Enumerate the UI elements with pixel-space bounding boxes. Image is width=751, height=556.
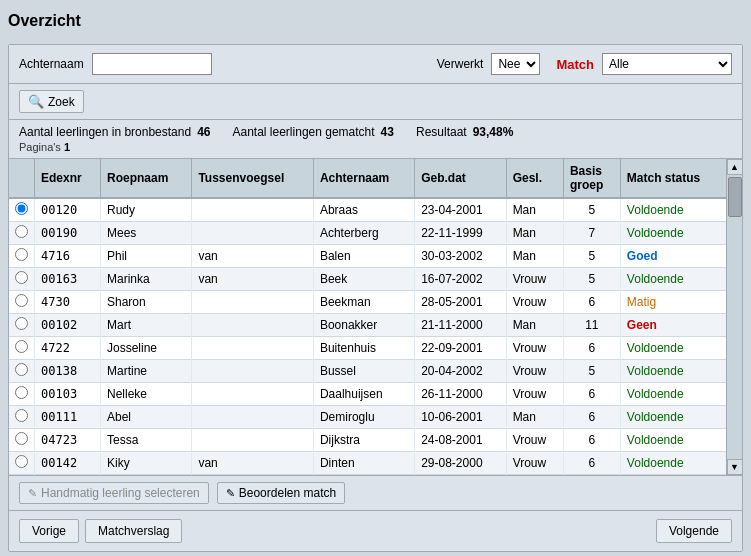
cell-basisgroep: 6	[563, 452, 620, 475]
achternaam-input[interactable]	[92, 53, 212, 75]
row-radio[interactable]	[15, 363, 28, 376]
match-select[interactable]: Alle Goed Voldoende Matig Geen	[602, 53, 732, 75]
cell-roepnaam: Phil	[101, 245, 192, 268]
zoek-button[interactable]: 🔍 Zoek	[19, 90, 84, 113]
resultaat-label: Resultaat	[416, 125, 467, 139]
cell-basisgroep: 5	[563, 245, 620, 268]
row-radio-cell[interactable]	[9, 360, 35, 383]
row-radio[interactable]	[15, 340, 28, 353]
row-radio[interactable]	[15, 225, 28, 238]
cell-gesl: Man	[506, 198, 563, 222]
cell-achternaam: Daalhuijsen	[313, 383, 414, 406]
cell-matchstatus: Voldoende	[620, 360, 726, 383]
pagina-value: 1	[64, 141, 70, 153]
row-radio[interactable]	[15, 432, 28, 445]
row-radio-cell[interactable]	[9, 383, 35, 406]
beoordelen-button[interactable]: ✎ Beoordelen match	[217, 482, 345, 504]
vorige-button[interactable]: Vorige	[19, 519, 79, 543]
row-radio-cell[interactable]	[9, 245, 35, 268]
gematcht-value: 43	[381, 125, 394, 139]
table-row[interactable]: 00138MartineBussel20-04-2002Vrouw5Voldoe…	[9, 360, 726, 383]
handmatig-button[interactable]: ✎ Handmatig leerling selecteren	[19, 482, 209, 504]
row-radio-cell[interactable]	[9, 337, 35, 360]
table-row[interactable]: 00102MartBoonakker21-11-2000Man11Geen	[9, 314, 726, 337]
cell-roepnaam: Josseline	[101, 337, 192, 360]
cell-tussenvoegsel	[192, 222, 313, 245]
action-bar: ✎ Handmatig leerling selecteren ✎ Beoord…	[9, 476, 742, 511]
cell-gebdat: 22-09-2001	[415, 337, 506, 360]
cell-basisgroep: 5	[563, 268, 620, 291]
table-row[interactable]: 4722JosselineBuitenhuis22-09-2001Vrouw6V…	[9, 337, 726, 360]
verwerkt-select[interactable]: Nee Ja Alle	[491, 53, 540, 75]
table-row[interactable]: 4730SharonBeekman28-05-2001Vrouw6Matig	[9, 291, 726, 314]
scroll-up-button[interactable]: ▲	[727, 159, 743, 175]
row-radio-cell[interactable]	[9, 406, 35, 429]
cell-achternaam: Achterberg	[313, 222, 414, 245]
row-radio[interactable]	[15, 317, 28, 330]
cell-achternaam: Dijkstra	[313, 429, 414, 452]
table-row[interactable]: 00190MeesAchterberg22-11-1999Man7Voldoen…	[9, 222, 726, 245]
cell-achternaam: Abraas	[313, 198, 414, 222]
cell-matchstatus: Goed	[620, 245, 726, 268]
table-row[interactable]: 00142KikyvanDinten29-08-2000Vrouw6Voldoe…	[9, 452, 726, 475]
row-radio-cell[interactable]	[9, 452, 35, 475]
table-row[interactable]: 4716PhilvanBalen30-03-2002Man5Goed	[9, 245, 726, 268]
cell-roepnaam: Martine	[101, 360, 192, 383]
cell-gesl: Vrouw	[506, 268, 563, 291]
scroll-thumb[interactable]	[728, 177, 742, 217]
cell-gesl: Vrouw	[506, 429, 563, 452]
table-row[interactable]: 04723TessaDijkstra24-08-2001Vrouw6Voldoe…	[9, 429, 726, 452]
scroll-down-button[interactable]: ▼	[727, 459, 743, 475]
cell-gesl: Man	[506, 314, 563, 337]
cell-basisgroep: 6	[563, 429, 620, 452]
row-radio-cell[interactable]	[9, 268, 35, 291]
row-radio[interactable]	[15, 386, 28, 399]
cell-matchstatus: Voldoende	[620, 452, 726, 475]
row-radio-cell[interactable]	[9, 314, 35, 337]
cell-tussenvoegsel: van	[192, 245, 313, 268]
cell-edexnr: 00120	[35, 198, 101, 222]
cell-matchstatus: Voldoende	[620, 268, 726, 291]
cell-roepnaam: Nelleke	[101, 383, 192, 406]
row-radio[interactable]	[15, 248, 28, 261]
table-row[interactable]: 00120RudyAbraas23-04-2001Man5Voldoende	[9, 198, 726, 222]
table-row[interactable]: 00111AbelDemiroglu10-06-2001Man6Voldoend…	[9, 406, 726, 429]
row-radio-cell[interactable]	[9, 198, 35, 222]
data-table: Edexnr Roepnaam Tussenvoegsel Achternaam…	[9, 159, 726, 475]
row-radio-cell[interactable]	[9, 291, 35, 314]
matchverslag-button[interactable]: Matchverslag	[85, 519, 182, 543]
cell-gebdat: 23-04-2001	[415, 198, 506, 222]
cell-gebdat: 28-05-2001	[415, 291, 506, 314]
cell-gebdat: 10-06-2001	[415, 406, 506, 429]
row-radio-cell[interactable]	[9, 222, 35, 245]
resultaat-value: 93,48%	[473, 125, 514, 139]
bottom-bar: Vorige Matchverslag Volgende	[9, 511, 742, 551]
col-achternaam: Achternaam	[313, 159, 414, 198]
cell-matchstatus: Voldoende	[620, 406, 726, 429]
volgende-button[interactable]: Volgende	[656, 519, 732, 543]
cell-edexnr: 00190	[35, 222, 101, 245]
row-radio[interactable]	[15, 202, 28, 215]
scrollbar[interactable]: ▲ ▼	[726, 159, 742, 475]
beoordelen-icon: ✎	[226, 487, 235, 500]
cell-basisgroep: 6	[563, 383, 620, 406]
table-header-row: Edexnr Roepnaam Tussenvoegsel Achternaam…	[9, 159, 726, 198]
row-radio[interactable]	[15, 271, 28, 284]
cell-gebdat: 24-08-2001	[415, 429, 506, 452]
cell-gebdat: 30-03-2002	[415, 245, 506, 268]
cell-achternaam: Beekman	[313, 291, 414, 314]
cell-edexnr: 00138	[35, 360, 101, 383]
table-row[interactable]: 00163MarinkavanBeek16-07-2002Vrouw5Voldo…	[9, 268, 726, 291]
row-radio[interactable]	[15, 409, 28, 422]
row-radio-cell[interactable]	[9, 429, 35, 452]
row-radio[interactable]	[15, 455, 28, 468]
row-radio[interactable]	[15, 294, 28, 307]
cell-roepnaam: Sharon	[101, 291, 192, 314]
cell-achternaam: Demiroglu	[313, 406, 414, 429]
achternaam-label: Achternaam	[19, 57, 84, 71]
table-row[interactable]: 00103NellekeDaalhuijsen26-11-2000Vrouw6V…	[9, 383, 726, 406]
cell-basisgroep: 5	[563, 198, 620, 222]
cell-matchstatus: Matig	[620, 291, 726, 314]
cell-tussenvoegsel	[192, 429, 313, 452]
cell-matchstatus: Voldoende	[620, 198, 726, 222]
